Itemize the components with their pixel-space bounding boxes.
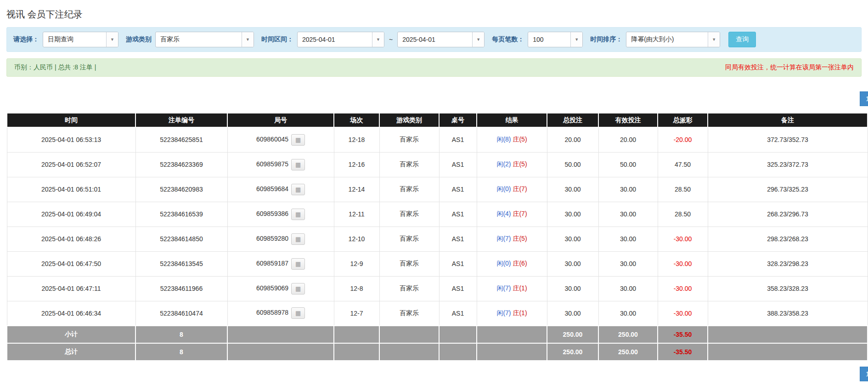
cell-table-no: AS1 bbox=[439, 177, 477, 202]
cell-remark: 268.23/296.73 bbox=[708, 202, 868, 226]
result-player: 闲(4) bbox=[496, 210, 511, 217]
cell-payout: 47.50 bbox=[658, 152, 708, 177]
query-type-dropdown[interactable]: 日期查询 ▼ bbox=[43, 32, 118, 47]
cell-bet-no: 522384625851 bbox=[135, 127, 227, 152]
query-type-value: 日期查询 bbox=[43, 32, 106, 47]
chevron-down-icon[interactable]: ▼ bbox=[372, 32, 384, 47]
cell-round-no: 609859875▦ bbox=[227, 152, 334, 177]
round-detail-button[interactable]: ▦ bbox=[291, 233, 305, 245]
result-player: 闲(2) bbox=[496, 160, 511, 168]
round-detail-button[interactable]: ▦ bbox=[291, 134, 305, 146]
table-row: 2025-04-01 06:48:26 522384614850 6098592… bbox=[7, 226, 868, 251]
table-row: 2025-04-01 06:46:34 522384610474 6098589… bbox=[7, 301, 868, 326]
header-bet-no: 注单编号 bbox=[135, 113, 227, 127]
cell-game-type: 百家乐 bbox=[379, 251, 439, 276]
result-banker: 庄(6) bbox=[513, 260, 527, 267]
game-result-grid-icon: ▦ bbox=[295, 310, 301, 316]
result-banker: 庄(1) bbox=[513, 284, 527, 292]
game-result-grid-icon: ▦ bbox=[295, 187, 301, 192]
chevron-down-icon[interactable]: ▼ bbox=[570, 32, 582, 47]
cell-game-type: 百家乐 bbox=[379, 276, 439, 301]
subtotal-valid-bet: 250.00 bbox=[598, 326, 658, 343]
cell-result: 闲(0) 庄(7) bbox=[477, 177, 547, 202]
cell-payout: -30.00 bbox=[658, 276, 708, 301]
cell-total-bet[interactable]: 20.00 bbox=[547, 127, 598, 152]
header-payout: 总派彩 bbox=[658, 113, 708, 127]
cell-result: 闲(7) 庄(5) bbox=[477, 226, 547, 251]
cell-total-bet[interactable]: 30.00 bbox=[547, 276, 598, 301]
cell-result: 闲(8) 庄(5) bbox=[477, 127, 547, 152]
cell-session: 12-9 bbox=[334, 251, 379, 276]
cell-total-bet[interactable]: 30.00 bbox=[547, 177, 598, 202]
cell-game-type: 百家乐 bbox=[379, 152, 439, 177]
betting-records-table: 时间 注单编号 局号 场次 游戏类别 桌号 结果 总投注 有效投注 总派彩 备注… bbox=[6, 113, 868, 361]
cell-table-no: AS1 bbox=[439, 251, 477, 276]
date-from-dropdown[interactable]: 2025-04-01 ▼ bbox=[297, 32, 384, 47]
page-title: 视讯 会员下注纪录 bbox=[6, 8, 868, 21]
chevron-down-icon[interactable]: ▼ bbox=[708, 32, 720, 47]
table-row: 2025-04-01 06:53:13 522384625851 6098600… bbox=[7, 127, 868, 152]
cell-payout: -30.00 bbox=[658, 226, 708, 251]
round-detail-button[interactable]: ▦ bbox=[291, 159, 305, 170]
table-body: 2025-04-01 06:53:13 522384625851 6098600… bbox=[7, 127, 868, 326]
cell-payout: 28.50 bbox=[658, 202, 708, 226]
date-to-dropdown[interactable]: 2025-04-01 ▼ bbox=[397, 32, 485, 47]
grand-total-count: 8 bbox=[135, 343, 227, 361]
page-size-dropdown[interactable]: 100 ▼ bbox=[528, 32, 583, 47]
header-round-no: 局号 bbox=[227, 113, 334, 127]
round-detail-button[interactable]: ▦ bbox=[291, 283, 305, 294]
cell-game-type: 百家乐 bbox=[379, 301, 439, 326]
table-row: 2025-04-01 06:51:01 522384620983 6098596… bbox=[7, 177, 868, 202]
cell-total-bet[interactable]: 50.00 bbox=[547, 152, 598, 177]
cell-round-no: 609860045▦ bbox=[227, 127, 334, 152]
round-detail-button[interactable]: ▦ bbox=[291, 184, 305, 195]
round-detail-button[interactable]: ▦ bbox=[291, 209, 305, 220]
subtotal-total-bet: 250.00 bbox=[547, 326, 598, 343]
cell-table-no: AS1 bbox=[439, 301, 477, 326]
cell-session: 12-10 bbox=[334, 226, 379, 251]
sort-order-label: 时间排序： bbox=[590, 35, 622, 44]
cell-remark: 388.23/358.23 bbox=[708, 301, 868, 326]
currency-total-text: 币别：人民币 | 总共 :8 注单 | bbox=[14, 63, 96, 72]
header-game-type: 游戏类别 bbox=[379, 113, 439, 127]
result-player: 闲(7) bbox=[496, 284, 511, 292]
cell-round-no: 609859187▦ bbox=[227, 251, 334, 276]
cell-table-no: AS1 bbox=[439, 276, 477, 301]
cell-total-bet[interactable]: 30.00 bbox=[547, 251, 598, 276]
page-number-button[interactable]: 1 bbox=[860, 367, 868, 381]
cell-game-type: 百家乐 bbox=[379, 226, 439, 251]
page-number-button[interactable]: 1 bbox=[860, 91, 868, 106]
chevron-down-icon[interactable]: ▼ bbox=[106, 32, 118, 47]
cell-payout: -30.00 bbox=[658, 251, 708, 276]
cell-total-bet[interactable]: 30.00 bbox=[547, 226, 598, 251]
game-type-dropdown[interactable]: 百家乐 ▼ bbox=[155, 32, 254, 47]
result-banker: 庄(7) bbox=[513, 210, 527, 217]
round-detail-button[interactable]: ▦ bbox=[291, 307, 305, 319]
cell-time: 2025-04-01 06:47:11 bbox=[7, 276, 135, 301]
search-button[interactable]: 查询 bbox=[728, 32, 756, 47]
betting-records-page: 视讯 会员下注纪录 请选择： 日期查询 ▼ 游戏类别 百家乐 ▼ 时间区间： 2… bbox=[0, 8, 868, 381]
sort-order-dropdown[interactable]: 降幂(由大到小) ▼ bbox=[626, 32, 720, 47]
cell-bet-no: 522384616539 bbox=[135, 202, 227, 226]
cell-result: 闲(4) 庄(7) bbox=[477, 202, 547, 226]
cell-valid-bet: 30.00 bbox=[598, 202, 658, 226]
round-no-value: 609859280 bbox=[256, 235, 288, 242]
cell-remark: 325.23/372.73 bbox=[708, 152, 868, 177]
chevron-down-icon[interactable]: ▼ bbox=[472, 32, 484, 47]
cell-payout: -20.00 bbox=[658, 127, 708, 152]
page-size-value: 100 bbox=[528, 32, 570, 47]
cell-bet-no: 522384611966 bbox=[135, 276, 227, 301]
cell-time: 2025-04-01 06:47:50 bbox=[7, 251, 135, 276]
cell-round-no: 609859684▦ bbox=[227, 177, 334, 202]
pagination-bottom: 1 bbox=[0, 367, 868, 381]
cell-total-bet[interactable]: 30.00 bbox=[547, 301, 598, 326]
header-valid-bet: 有效投注 bbox=[598, 113, 658, 127]
cell-remark: 358.23/328.23 bbox=[708, 276, 868, 301]
round-no-value: 609859069 bbox=[256, 284, 288, 292]
table-header-row: 时间 注单编号 局号 场次 游戏类别 桌号 结果 总投注 有效投注 总派彩 备注 bbox=[7, 113, 868, 127]
chevron-down-icon[interactable]: ▼ bbox=[242, 32, 254, 47]
table-row: 2025-04-01 06:47:50 522384613545 6098591… bbox=[7, 251, 868, 276]
cell-total-bet[interactable]: 30.00 bbox=[547, 202, 598, 226]
round-detail-button[interactable]: ▦ bbox=[291, 258, 305, 270]
grand-total-payout: -35.50 bbox=[658, 343, 708, 361]
